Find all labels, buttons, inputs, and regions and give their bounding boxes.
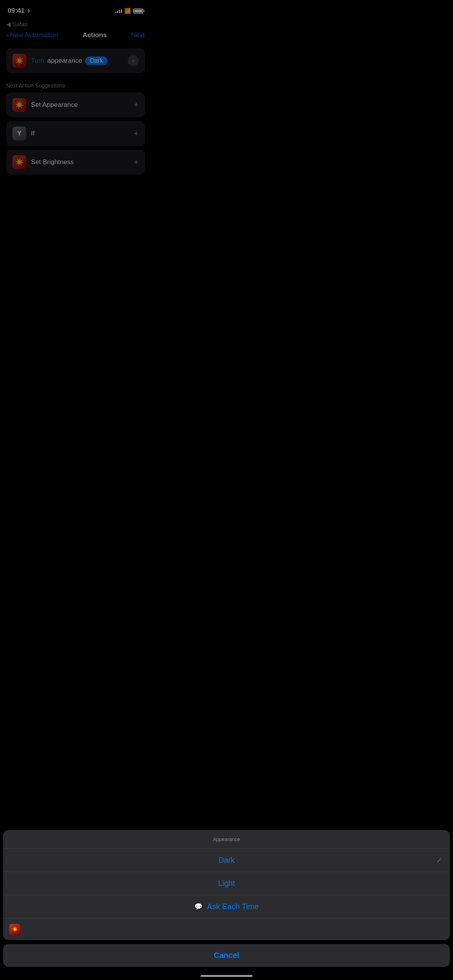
sun-icon: ☀️ [15, 57, 24, 65]
nav-bar: ‹ New Automation Actions Next [0, 31, 151, 45]
action-card-icon: ☀️ [12, 54, 26, 68]
status-left: 09:41 ✈ [8, 7, 31, 15]
sun-icon-2: ☀️ [15, 158, 24, 166]
signal-bars [115, 9, 122, 13]
action-card-left: ☀️ Turn appearance Dark [12, 54, 108, 68]
action-word-appearance: appearance [47, 57, 82, 65]
action-word-turn[interactable]: Turn [31, 57, 44, 65]
signal-bar-3 [119, 10, 120, 13]
suggestion-name-0: Set Appearance [31, 101, 78, 109]
battery-fill [134, 10, 142, 12]
wifi-icon: 📶 [124, 8, 131, 14]
back-chevron-icon: ‹ [6, 31, 9, 39]
next-button[interactable]: Next [131, 31, 145, 39]
back-bar: ◀ Safari [0, 19, 151, 31]
battery-icon [133, 9, 143, 14]
status-bar: 09:41 ✈ 📶 [0, 0, 151, 19]
action-close-button[interactable]: × [128, 55, 139, 66]
action-text: Turn appearance Dark [31, 57, 108, 65]
suggestion-set-appearance[interactable]: ☀️ Set Appearance + [6, 93, 145, 117]
signal-bar-2 [117, 11, 118, 13]
suggestion-icon-1: Y [12, 127, 26, 140]
action-badge-dark[interactable]: Dark [85, 57, 108, 65]
nav-back-label: New Automation [10, 31, 58, 39]
close-icon: × [132, 58, 135, 64]
sun-icon-0: ☀️ [15, 101, 24, 109]
suggestion-if[interactable]: Y If + [6, 121, 145, 146]
suggestion-plus-0[interactable]: + [134, 100, 139, 110]
status-time: 09:41 [8, 7, 24, 15]
if-icon: Y [17, 130, 22, 137]
suggestion-name-1: If [31, 130, 34, 137]
safari-back: ◀ Safari [6, 21, 27, 27]
suggestion-plus-1[interactable]: + [134, 128, 139, 139]
suggestion-set-brightness[interactable]: ☀️ Set Brightness + [6, 150, 145, 175]
status-right: 📶 [115, 8, 143, 14]
suggestion-icon-0: ☀️ [12, 98, 26, 112]
suggestion-plus-2[interactable]: + [134, 157, 139, 167]
location-icon: ✈ [27, 8, 31, 14]
suggestion-icon-2: ☀️ [12, 155, 26, 169]
nav-title: Actions [82, 31, 106, 39]
signal-bar-1 [115, 12, 116, 13]
action-card: ☀️ Turn appearance Dark × [6, 48, 145, 73]
suggestion-name-2: Set Brightness [31, 158, 74, 166]
suggestions-label: Next Action Suggestions [0, 79, 151, 93]
signal-bar-4 [121, 9, 122, 13]
suggestion-left-0: ☀️ Set Appearance [12, 98, 78, 112]
suggestion-left-1: Y If [12, 127, 34, 140]
nav-back-button[interactable]: ‹ New Automation [6, 31, 58, 39]
suggestion-left-2: ☀️ Set Brightness [12, 155, 74, 169]
